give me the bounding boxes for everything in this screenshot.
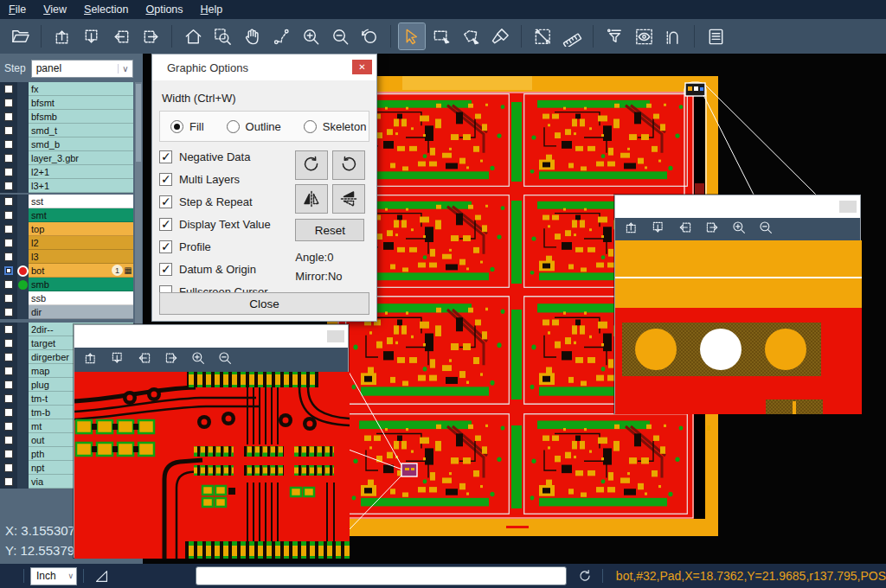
step-select[interactable]: panel ∨ <box>31 60 133 78</box>
layer-visibility-checkbox[interactable] <box>4 280 13 289</box>
layer-visibility-checkbox[interactable] <box>4 367 13 375</box>
select-rect-button[interactable] <box>428 23 454 49</box>
layer-name[interactable]: sst <box>29 195 133 208</box>
layer-row-ssb[interactable]: ssb <box>0 291 133 305</box>
layer-name[interactable]: ssb <box>29 291 133 305</box>
close-button[interactable]: Close <box>159 292 369 315</box>
page-down-button[interactable] <box>79 23 105 49</box>
zoom-in-button[interactable] <box>731 220 747 239</box>
checkbox-icon[interactable] <box>159 263 172 276</box>
layer-row-smd-t[interactable]: smd_t <box>0 124 133 137</box>
layer-visibility-checkbox[interactable] <box>4 239 13 247</box>
layer-visibility-checkbox[interactable] <box>4 436 13 444</box>
checkbox-icon[interactable] <box>159 150 172 163</box>
layer-name[interactable]: fx <box>29 82 133 96</box>
home-button[interactable] <box>180 23 206 49</box>
page-right-button[interactable] <box>138 23 164 49</box>
layer-visibility-checkbox[interactable] <box>4 266 13 275</box>
layer-visibility-checkbox[interactable] <box>4 294 13 303</box>
layer-row-top[interactable]: top <box>0 222 133 236</box>
layer-row-smt[interactable]: smt <box>0 208 133 222</box>
layer-visibility-checkbox[interactable] <box>4 211 13 220</box>
layer-visibility-checkbox[interactable] <box>4 99 13 107</box>
window-button-icon[interactable] <box>839 201 857 213</box>
page-down-button[interactable] <box>651 220 666 239</box>
layer-name[interactable]: smb <box>29 278 133 291</box>
checkbox-multi-layers[interactable]: Multi Layers <box>159 173 295 186</box>
layer-visibility-checkbox[interactable] <box>4 126 13 135</box>
radio-outline[interactable]: Outline <box>227 120 281 133</box>
angle-corner-icon[interactable] <box>93 568 110 585</box>
zoom-in-button[interactable] <box>298 23 324 49</box>
layer-name[interactable]: l3+1 <box>29 179 133 193</box>
view-options-button[interactable] <box>631 23 657 49</box>
layer-name[interactable]: bfsmb <box>29 110 133 124</box>
layer-name[interactable]: top <box>29 222 133 236</box>
layer-name[interactable]: l3 <box>29 250 133 264</box>
layer-visibility-checkbox[interactable] <box>4 225 13 233</box>
page-left-button[interactable] <box>137 350 152 369</box>
layer-row-fx[interactable]: fx <box>0 82 133 96</box>
page-up-button[interactable] <box>83 350 99 369</box>
checkbox-icon[interactable] <box>159 218 172 231</box>
layer-name[interactable]: layer_3.gbr <box>29 151 133 165</box>
layer-name[interactable]: bfsmt <box>29 96 133 110</box>
magnifier-view[interactable] <box>74 372 348 557</box>
layer-name[interactable]: l2+1 <box>29 165 133 179</box>
report-button[interactable] <box>703 23 729 49</box>
page-up-button[interactable] <box>49 23 75 49</box>
page-left-button[interactable] <box>677 220 693 239</box>
layer-visibility-checkbox[interactable] <box>4 154 13 163</box>
page-left-button[interactable] <box>108 23 134 49</box>
open-folder-button[interactable] <box>7 23 33 49</box>
zoom-out-button[interactable] <box>217 350 233 369</box>
zoom-in-button[interactable] <box>190 350 206 369</box>
window-button-icon[interactable] <box>327 330 344 342</box>
checkbox-icon[interactable] <box>159 240 172 253</box>
checkbox-step-repeat[interactable]: Step & Repeat <box>159 195 295 208</box>
layer-visibility-checkbox[interactable] <box>4 422 13 431</box>
page-right-button[interactable] <box>164 350 179 369</box>
layer-visibility-checkbox[interactable] <box>4 339 13 348</box>
menu-selection[interactable]: Selection <box>75 3 137 16</box>
layer-row-l2[interactable]: l2 <box>0 236 133 250</box>
layer-visibility-checkbox[interactable] <box>4 182 13 190</box>
layer-row-l3-1[interactable]: l3+1 <box>0 179 133 193</box>
page-right-button[interactable] <box>704 220 720 239</box>
menu-view[interactable]: View <box>35 3 75 16</box>
layer-row-smb[interactable]: smb <box>0 278 133 291</box>
layer-visibility-checkbox[interactable] <box>4 252 13 261</box>
layer-row-layer-3-gbr[interactable]: layer_3.gbr <box>0 151 133 165</box>
layer-visibility-checkbox[interactable] <box>4 394 13 403</box>
checkbox-datum-origin[interactable]: Datum & Origin <box>159 263 295 276</box>
layer-row-l3[interactable]: l3 <box>0 250 133 264</box>
layer-visibility-checkbox[interactable] <box>4 308 13 316</box>
filter-button[interactable] <box>601 23 627 49</box>
layer-visibility-checkbox[interactable] <box>4 168 13 176</box>
magnifier-view[interactable] <box>615 240 860 412</box>
layer-visibility-checkbox[interactable] <box>4 197 13 206</box>
measure-path-button[interactable] <box>268 23 294 49</box>
layer-name[interactable]: smt <box>29 208 133 222</box>
layer-name[interactable]: bot1▦ <box>29 264 133 278</box>
refresh-icon[interactable] <box>577 568 593 584</box>
brush-button[interactable] <box>487 23 513 49</box>
close-icon[interactable] <box>352 60 372 74</box>
layer-visibility-checkbox[interactable] <box>4 408 13 417</box>
layer-name[interactable]: dir <box>29 305 133 319</box>
layer-name[interactable]: smd_b <box>29 137 133 151</box>
select-cursor-button[interactable] <box>399 23 425 49</box>
magnifier-title-bar[interactable] <box>615 195 860 218</box>
layer-visibility-checkbox[interactable] <box>4 85 13 93</box>
zoom-window-button[interactable] <box>209 23 235 49</box>
layer-name[interactable]: l2 <box>29 236 133 250</box>
page-up-button[interactable] <box>624 220 639 239</box>
menu-help[interactable]: Help <box>192 3 232 16</box>
radio-skeleton[interactable]: Skeleton <box>304 120 367 133</box>
page-down-button[interactable] <box>110 350 125 369</box>
radio-fill[interactable]: Fill <box>170 120 204 133</box>
layer-visibility-checkbox[interactable] <box>4 325 13 334</box>
pan-button[interactable] <box>239 23 265 49</box>
ruler-button[interactable] <box>559 23 585 49</box>
layer-row-bfsmb[interactable]: bfsmb <box>0 110 133 124</box>
